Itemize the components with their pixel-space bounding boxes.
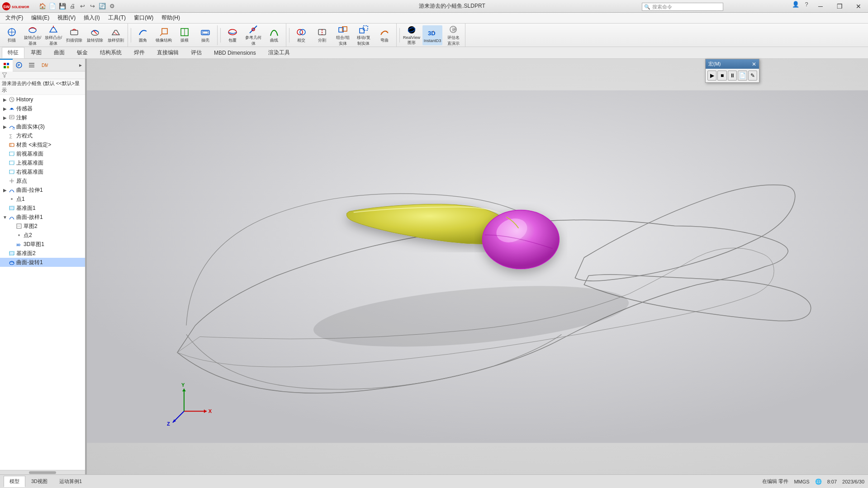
toolbar-wrap[interactable]: 包覆	[223, 25, 242, 45]
annotations-label: 注解	[16, 114, 27, 122]
toolbar-loft-cut[interactable]: 放样切割	[106, 25, 126, 45]
tree-expand-surfaces[interactable]: ▶	[2, 123, 8, 130]
scrollbar-thumb[interactable]	[29, 471, 56, 474]
tree-item-origin[interactable]: ▶ 原点	[0, 176, 85, 185]
tree-item-material[interactable]: ▶ 材质 <未指定>	[0, 140, 85, 149]
menu-window[interactable]: 窗口(W)	[130, 13, 157, 23]
toolbar-reference-geometry[interactable]: 参考几何体	[243, 24, 263, 47]
print-icon[interactable]: 🖨	[68, 2, 77, 11]
tab-render[interactable]: 渲染工具	[262, 47, 296, 58]
options-icon[interactable]: ⚙	[108, 2, 117, 11]
rebuild-icon[interactable]: 🔄	[98, 2, 107, 11]
tree-item-sketch3d[interactable]: ▶ 3D 3D草图1	[0, 240, 85, 249]
tree-expand-loft2[interactable]: ▼	[2, 214, 8, 220]
close-button[interactable]: ✕	[849, 0, 868, 13]
toolbar-shell[interactable]: 抽壳	[195, 25, 215, 45]
toolbar-freeform[interactable]: 圆角	[133, 25, 153, 45]
panel-tab-more[interactable]: ▸	[76, 59, 85, 71]
macro-new-button[interactable]: 📄	[738, 71, 747, 81]
toolbar-chamfer[interactable]: 镜像结构	[154, 25, 174, 45]
macro-edit-button[interactable]: ✎	[748, 71, 757, 81]
undo-icon[interactable]: ↩	[78, 2, 87, 11]
tree-item-point1[interactable]: ▶ 点1	[0, 194, 85, 204]
macro-pause-button[interactable]: ⏸	[728, 71, 737, 81]
status-tab-model[interactable]: 模型	[4, 476, 25, 487]
toolbar-split[interactable]: 分割	[312, 25, 332, 45]
menu-view[interactable]: 视图(V)	[54, 13, 79, 23]
minimize-button[interactable]: ─	[811, 0, 830, 13]
frontplane-icon	[8, 150, 15, 157]
tree-expand-loft1[interactable]: ▶	[2, 187, 8, 193]
sweep-cut-label: 扫描切除	[66, 38, 82, 43]
panel-tab-property-manager[interactable]: P	[13, 59, 25, 71]
panel-tab-dm[interactable]: DM	[38, 59, 51, 71]
tree-expand-annotations[interactable]: ▶	[2, 114, 8, 121]
macro-close-button[interactable]: ✕	[752, 61, 756, 67]
toolbar-revolve[interactable]: 旋转凸台/基体	[23, 24, 43, 47]
status-tab-3dview[interactable]: 3D视图	[25, 476, 53, 487]
panel-tab-feature-manager[interactable]	[0, 59, 13, 71]
tree-item-loft2[interactable]: ▼ 曲面-故样1	[0, 213, 85, 222]
status-tab-motion[interactable]: 运动算例1	[53, 476, 88, 487]
macro-stop-button[interactable]: ■	[717, 71, 726, 81]
toolbar-realview[interactable]: RealView图形	[402, 24, 422, 47]
tree-item-refplane2[interactable]: ▶ 基准面2	[0, 249, 85, 258]
tree-item-frontplane[interactable]: ▶ 前视基准面	[0, 149, 85, 158]
toolbar-curves[interactable]: 曲线	[264, 25, 284, 45]
tree-item-topplane[interactable]: ▶ 上视基准面	[0, 158, 85, 167]
help-icon[interactable]: ?	[802, 0, 811, 9]
tab-sketch[interactable]: 草图	[25, 47, 47, 58]
tree-item-surfaces[interactable]: ▶ (3) 曲面实体(3)	[0, 122, 85, 131]
menu-file[interactable]: 文件(F)	[2, 13, 27, 23]
command-search[interactable]: 🔍 搜索命令	[642, 3, 723, 11]
tree-item-sensors[interactable]: ▶ 传感器	[0, 104, 85, 113]
tree-item-loft1[interactable]: ▶ 曲面-拉伸1	[0, 185, 85, 194]
toolbar-move-copy[interactable]: 移动/复制实体	[354, 24, 374, 47]
new-icon[interactable]: 📄	[48, 2, 57, 11]
tab-mbd[interactable]: MBD Dimensions	[208, 48, 262, 58]
macro-play-button[interactable]: ▶	[707, 71, 716, 81]
menu-edit[interactable]: 编辑(E)	[28, 13, 53, 23]
save-icon[interactable]: 💾	[58, 2, 67, 11]
tree-item-rightplane[interactable]: ▶ 右视基准面	[0, 167, 85, 176]
toolbar-loft[interactable]: 放样凸台/基体	[43, 24, 63, 47]
menu-insert[interactable]: 插入(I)	[80, 13, 103, 23]
tree-item-equations[interactable]: ▶ ∑ 方程式	[0, 131, 85, 140]
user-icon[interactable]: 👤	[791, 0, 800, 9]
tree-expand-history[interactable]: ▶	[2, 96, 8, 103]
toolbar-revolve-cut[interactable]: 旋转切除	[85, 25, 105, 45]
macro-title-bar[interactable]: 宏(M) ✕	[706, 59, 759, 69]
panel-tab-config-manager[interactable]	[25, 59, 38, 71]
menu-tools[interactable]: 工具(T)	[104, 13, 129, 23]
tab-weldment[interactable]: 焊件	[128, 47, 151, 58]
home-icon[interactable]: 🏠	[38, 2, 47, 11]
tab-surface[interactable]: 曲面	[48, 47, 71, 58]
tree-item-point2[interactable]: ▶ 点2	[0, 231, 85, 240]
toolbar-combine[interactable]: 组合/组实体	[333, 24, 353, 47]
toolbar-sweep-cut[interactable]: 扫描切除	[64, 25, 84, 45]
menu-help[interactable]: 帮助(H)	[158, 13, 184, 23]
tab-sheetmetal[interactable]: 钣金	[71, 47, 94, 58]
tree-item-revolve1[interactable]: ▶ 曲面-旋转1	[0, 258, 85, 267]
tab-evaluate[interactable]: 评估	[185, 47, 208, 58]
restore-button[interactable]: ❒	[830, 0, 849, 13]
toolbar-sketch[interactable]: 扫描	[2, 25, 22, 45]
redo-icon[interactable]: ↪	[88, 2, 97, 11]
viewport-canvas[interactable]: X Y Z	[87, 59, 868, 474]
panel-scrollbar[interactable]	[0, 470, 85, 474]
toolbar-evaluate[interactable]: 评 评估名直演示	[443, 24, 463, 47]
tree-item-sketch2[interactable]: ▶ 草图2	[0, 222, 85, 231]
tab-direct-edit[interactable]: 直接编辑	[151, 47, 185, 58]
3d-viewport[interactable]: X Y Z	[87, 59, 868, 474]
toolbar-intersect[interactable]: 相交	[291, 25, 311, 45]
tree-item-refplane1[interactable]: ▶ 基准面1	[0, 204, 85, 213]
sketch-icon	[6, 27, 17, 38]
tab-features[interactable]: 特征	[2, 47, 24, 58]
toolbar-instant3d[interactable]: 3Di InstantD3	[422, 25, 442, 45]
tree-expand-sensors[interactable]: ▶	[2, 105, 8, 112]
tab-structure[interactable]: 结构系统	[94, 47, 128, 58]
tree-item-annotations[interactable]: ▶ 注解	[0, 113, 85, 122]
tree-item-history[interactable]: ▶ History	[0, 95, 85, 104]
toolbar-rib[interactable]: 拔模	[175, 25, 194, 45]
toolbar-deform[interactable]: 弯曲	[375, 25, 394, 45]
